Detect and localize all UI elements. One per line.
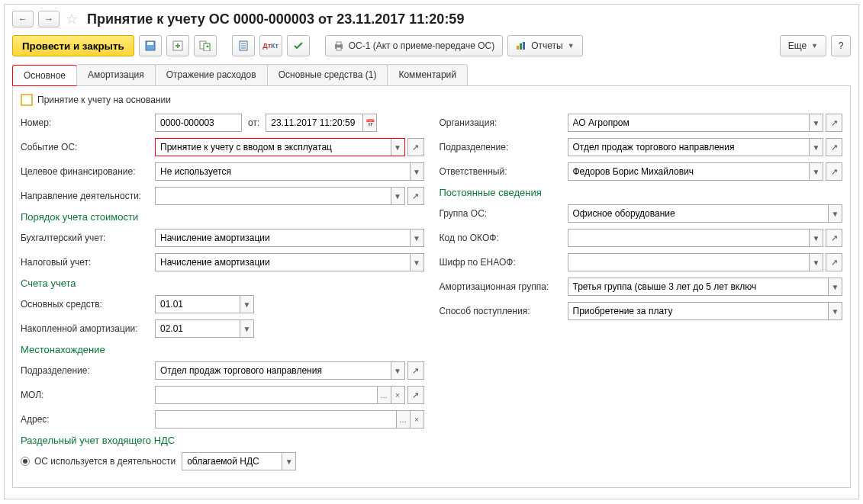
loc-dept-dropdown[interactable]: ▼ xyxy=(391,361,405,380)
acq-dropdown[interactable]: ▼ xyxy=(829,302,842,320)
amort-dropdown[interactable]: ▼ xyxy=(829,278,842,296)
org-label: Организация: xyxy=(440,117,568,128)
event-input[interactable] xyxy=(160,142,386,152)
enaof-input[interactable] xyxy=(573,257,805,268)
vat-dropdown[interactable]: ▼ xyxy=(282,452,296,470)
mol-open[interactable]: ↗ xyxy=(407,386,424,404)
tab-fixed-assets[interactable]: Основные средства (1) xyxy=(267,64,388,85)
nu-dropdown[interactable]: ▼ xyxy=(411,253,424,271)
tab-main[interactable]: Основное xyxy=(12,65,77,86)
help-button[interactable]: ? xyxy=(831,35,851,56)
activity-open[interactable]: ↗ xyxy=(407,187,424,205)
save-button[interactable] xyxy=(139,35,162,56)
org-input[interactable] xyxy=(573,117,805,128)
activity-dropdown[interactable]: ▼ xyxy=(391,187,405,205)
activity-label: Направление деятельности: xyxy=(21,191,155,201)
svg-rect-14 xyxy=(523,42,525,50)
acc-dep-dropdown[interactable]: ▼ xyxy=(240,319,254,338)
based-on-checkbox[interactable] xyxy=(21,94,33,106)
tab-expenses[interactable]: Отражение расходов xyxy=(155,64,268,85)
svg-rect-1 xyxy=(147,42,153,45)
group-label: Группа ОС: xyxy=(440,208,568,219)
date-prefix: от: xyxy=(248,117,259,128)
loc-dept-label: Подразделение: xyxy=(21,365,155,376)
enaof-open[interactable]: ↗ xyxy=(826,253,842,271)
acc-main-dropdown[interactable]: ▼ xyxy=(240,295,254,313)
okof-dropdown[interactable]: ▼ xyxy=(810,229,823,247)
mol-input[interactable] xyxy=(160,390,372,400)
okof-open[interactable]: ↗ xyxy=(826,229,842,247)
acq-label: Способ поступления: xyxy=(440,306,568,316)
back-button[interactable]: ← xyxy=(12,11,34,27)
amort-label: Амортизационная группа: xyxy=(440,281,568,292)
section-location: Местонахождение xyxy=(21,344,424,355)
nu-label: Налоговый учет: xyxy=(21,257,155,268)
tab-comment[interactable]: Комментарий xyxy=(387,64,468,85)
enaof-dropdown[interactable]: ▼ xyxy=(810,253,823,271)
calendar-button[interactable]: 📅 xyxy=(363,114,377,132)
bu-label: Бухгалтерский учет: xyxy=(21,233,155,243)
resp-open[interactable]: ↗ xyxy=(826,162,842,181)
nu-input[interactable] xyxy=(160,257,405,268)
bu-dropdown[interactable]: ▼ xyxy=(411,229,424,247)
svg-rect-10 xyxy=(337,42,341,45)
vat-radio[interactable] xyxy=(21,457,30,466)
based-on-label: Принятие к учету на основании xyxy=(37,95,171,105)
svg-rect-11 xyxy=(337,47,341,50)
group-dropdown[interactable]: ▼ xyxy=(829,204,842,223)
amort-input[interactable] xyxy=(573,281,824,292)
resp-label: Ответственный: xyxy=(440,166,568,177)
org-open[interactable]: ↗ xyxy=(826,114,842,132)
reports-button[interactable]: Отчеты ▼ xyxy=(507,35,582,56)
org-dropdown[interactable]: ▼ xyxy=(810,114,823,132)
acc-dep-input[interactable] xyxy=(160,323,235,334)
addr-clear[interactable]: × xyxy=(411,410,424,429)
section-permanent: Постоянные сведения xyxy=(440,187,843,198)
mol-select[interactable]: … xyxy=(378,386,391,404)
enaof-label: Шифр по ЕНАОФ: xyxy=(440,257,568,268)
addr-label: Адрес: xyxy=(21,414,155,425)
loc-dept-input[interactable] xyxy=(160,365,386,376)
print-button[interactable]: ОС-1 (Акт о приеме-передаче ОС) xyxy=(325,35,504,56)
section-vat: Раздельный учет входящего НДС xyxy=(21,435,424,446)
addr-select[interactable]: … xyxy=(397,410,411,429)
event-dropdown[interactable]: ▼ xyxy=(391,138,405,156)
favorite-icon[interactable]: ☆ xyxy=(64,11,79,27)
activity-input[interactable] xyxy=(160,191,386,201)
tab-depreciation[interactable]: Амортизация xyxy=(76,64,156,85)
forward-button[interactable]: → xyxy=(38,11,60,27)
acq-input[interactable] xyxy=(573,306,824,316)
loc-dept-open[interactable]: ↗ xyxy=(407,361,424,380)
number-input[interactable] xyxy=(160,117,237,128)
vat-radio-label: ОС используется в деятельности xyxy=(34,456,175,467)
printer-icon xyxy=(333,40,344,51)
mol-clear[interactable]: × xyxy=(391,386,405,404)
okof-input[interactable] xyxy=(573,233,805,243)
resp-input[interactable] xyxy=(573,166,805,177)
svg-rect-13 xyxy=(520,43,522,50)
rdept-dropdown[interactable]: ▼ xyxy=(810,138,823,156)
create-based-on-button[interactable] xyxy=(194,35,217,56)
acc-main-input[interactable] xyxy=(160,299,235,310)
rdept-open[interactable]: ↗ xyxy=(826,138,842,156)
resp-dropdown[interactable]: ▼ xyxy=(810,162,823,181)
document-button[interactable] xyxy=(232,35,255,56)
post-button[interactable] xyxy=(166,35,189,56)
funding-dropdown[interactable]: ▼ xyxy=(411,162,424,181)
bu-input[interactable] xyxy=(160,233,405,243)
okof-label: Код по ОКОФ: xyxy=(440,233,568,243)
post-and-close-button[interactable]: Провести и закрыть xyxy=(12,35,134,56)
event-open[interactable]: ↗ xyxy=(407,138,424,156)
approve-button[interactable] xyxy=(287,35,310,56)
event-label: Событие ОС: xyxy=(21,142,155,152)
date-input[interactable] xyxy=(271,117,358,128)
rdept-input[interactable] xyxy=(573,142,805,152)
vat-select[interactable] xyxy=(187,456,277,467)
acc-main-label: Основных средств: xyxy=(21,299,155,310)
group-input[interactable] xyxy=(573,208,824,219)
more-button[interactable]: Еще ▼ xyxy=(780,35,826,56)
dtkn-button[interactable]: ДтКт xyxy=(259,35,282,56)
funding-input[interactable] xyxy=(160,166,405,177)
rdept-label: Подразделение: xyxy=(440,142,568,152)
addr-input[interactable] xyxy=(160,414,391,425)
